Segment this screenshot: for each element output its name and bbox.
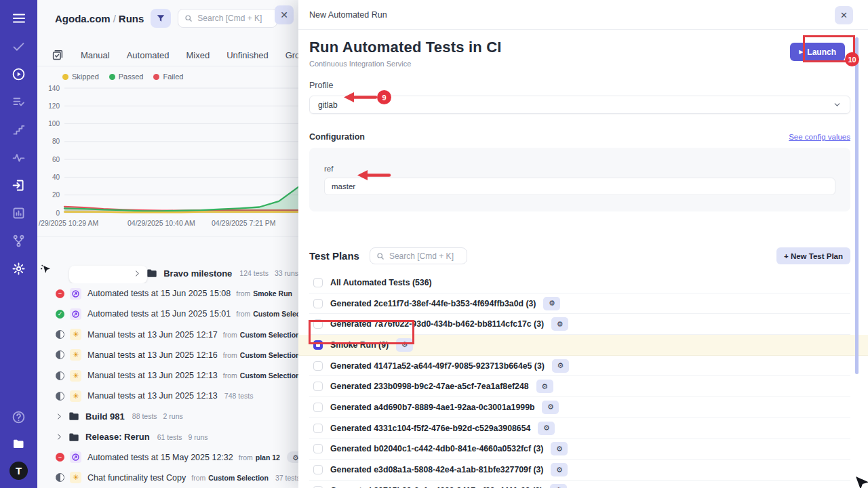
results-icon[interactable] [11,94,27,110]
play-icon: ▶ [799,49,803,55]
plan-settings-button[interactable]: ⚙ [542,401,559,414]
status-partial-icon [56,330,64,339]
chevron-right-icon[interactable] [134,270,141,277]
run-row[interactable]: –Automated tests at 15 Jun 2025 15:08fro… [37,283,298,304]
test-plan-row[interactable]: Generated 4331c104-f5f2-476e-b92d-c529a3… [309,418,850,439]
panel-close-button[interactable]: ✕ [275,5,294,24]
pulse-icon[interactable] [11,149,27,165]
filter-button[interactable] [151,9,171,28]
menu-icon[interactable] [11,10,27,26]
group-name: Build 981 [85,411,125,422]
plan-settings-button[interactable]: ⚙ [396,338,413,352]
run-title: Automated tests at 15 May 2025 12:32 [87,453,233,462]
run-title: Manual tests at 13 Jun 2025 12:17 [87,330,218,340]
configuration-box: ref [309,148,850,211]
test-plan-row[interactable]: Generated 83715b93-6c1e-4663-9417-ef23a4… [309,481,850,488]
help-icon[interactable] [11,409,27,425]
runs-search-input[interactable] [197,14,271,23]
chevron-right-icon[interactable] [56,413,63,420]
runs-panel-header: Agoda.com/Runs [55,7,277,30]
plan-settings-button[interactable]: ⚙ [538,422,555,435]
plan-settings-button[interactable]: ⚙ [551,442,568,455]
group-meta: 124 tests33 runs [239,269,298,277]
chevron-right-icon[interactable] [56,433,63,441]
plan-settings-button[interactable]: ⚙ [536,380,553,393]
plan-settings-button[interactable]: ⚙ [552,359,569,373]
select-all-icon[interactable] [52,49,64,61]
run-row[interactable]: ✳Manual tests at 13 Jun 2025 12:13748 te… [37,386,298,406]
plan-checkbox[interactable] [313,361,323,371]
projects-icon[interactable] [11,435,27,451]
tab-manual[interactable]: Manual [81,50,110,60]
avatar[interactable]: T [9,462,28,480]
legend-dot [109,74,115,80]
test-plan-row[interactable]: Generated 2ce11f7d-38ef-44fe-b353-4f694f… [309,293,850,314]
test-plan-row[interactable]: Generated e3d08a1a-5808-42e4-a1ab-81bfe3… [309,460,850,481]
run-group-row[interactable]: Bravo milestone124 tests33 runs [37,263,298,283]
gear-icon: ⚙ [549,299,555,308]
plan-name: Generated 2ce11f7d-38ef-44fe-b353-4f694f… [330,299,536,308]
plan-checkbox[interactable] [313,444,323,453]
plan-checkbox[interactable] [313,319,323,329]
plan-settings-button[interactable]: ⚙ [551,463,568,476]
breadcrumb-project[interactable]: Agoda.com [55,13,111,24]
tab-mixed[interactable]: Mixed [186,50,210,60]
runs-search[interactable] [178,9,277,28]
svg-text:80: 80 [52,138,60,145]
status-failed-icon: – [56,289,64,298]
plan-checkbox[interactable] [313,403,323,412]
plan-checkbox[interactable] [313,465,323,474]
test-plan-row[interactable]: Generated a4d690b7-8889-4ae1-92aa-0c3001… [309,397,850,418]
run-row[interactable]: –Automated tests at 15 May 2025 12:32fro… [37,447,298,468]
run-row[interactable]: ✳Manual tests at 13 Jun 2025 12:17fromCu… [37,325,298,345]
folder-icon [68,411,79,421]
run-row[interactable]: ✳Chat functinality test CopyfromCustom S… [37,468,298,488]
plan-checkbox[interactable] [313,299,323,308]
manual-run-icon: ✳ [70,472,81,483]
branch-icon[interactable] [11,232,27,249]
status-partial-icon [56,473,64,482]
analytics-icon[interactable] [11,205,27,221]
plan-name: Generated 233b0998-b9c2-47ae-a5cf-7ea1af… [330,382,529,391]
test-plan-row[interactable]: Generated 233b0998-b9c2-47ae-a5cf-7ea1af… [309,376,850,397]
status-partial-icon [56,350,64,359]
drawer-scrollbar[interactable] [855,37,859,374]
import-icon[interactable] [11,177,27,193]
plan-checkbox[interactable] [313,382,323,391]
run-settings-badge[interactable]: ⚙test [287,451,298,463]
see-config-values-link[interactable]: See config values [789,133,850,141]
profile-select[interactable]: gitlab [309,96,850,114]
test-plan-row[interactable]: Generated 7a76f022-93d0-434b-b462-bb8114… [309,314,850,335]
runs-icon[interactable] [11,66,27,82]
plan-settings-button[interactable]: ⚙ [550,484,567,488]
plan-checkbox[interactable] [313,278,323,287]
test-plan-row[interactable]: Smoke Run (9)⚙ [298,335,868,356]
test-plan-row[interactable]: Generated b02040c1-c442-4db0-841e-4660a0… [309,439,850,460]
run-row[interactable]: ✳Manual tests at 13 Jun 2025 12:16fromCu… [37,345,298,365]
plan-checkbox[interactable] [313,424,323,433]
plan-settings-button[interactable]: ⚙ [551,317,568,331]
settings-icon[interactable] [11,260,27,277]
run-group-row[interactable]: Build 98188 tests2 runs [37,406,298,426]
ref-input[interactable] [324,178,835,195]
test-plan-row[interactable]: Generated 41471a52-a644-49f7-9085-923713… [309,356,850,377]
plan-checkbox[interactable] [313,340,323,350]
drawer-close-button[interactable]: ✕ [835,6,853,24]
test-plans-search-input[interactable] [389,251,460,261]
new-test-plan-button[interactable]: + New Test Plan [776,247,850,264]
steps-icon[interactable] [11,121,27,138]
tab-automated[interactable]: Automated [127,50,170,60]
status-failed-icon: – [56,453,64,462]
run-row[interactable]: ✳Manual tests at 13 Jun 2025 12:13fromCu… [37,365,298,386]
test-plans-search[interactable] [370,247,467,264]
svg-text:120: 120 [48,102,60,110]
test-plan-row[interactable]: All Automated Tests (536) [309,272,850,293]
run-group-row[interactable]: Release: Rerun61 tests9 runs [37,427,298,447]
run-row[interactable]: ✓Automated tests at 15 Jun 2025 15:01fro… [37,304,298,324]
launch-button[interactable]: ▶ Launch [790,43,845,61]
manual-run-icon: ✳ [70,349,81,361]
plan-settings-button[interactable]: ⚙ [543,297,560,310]
tab-unfinished[interactable]: Unfinished [226,50,268,60]
tests-icon[interactable] [11,38,27,54]
chart-divider [37,236,298,237]
